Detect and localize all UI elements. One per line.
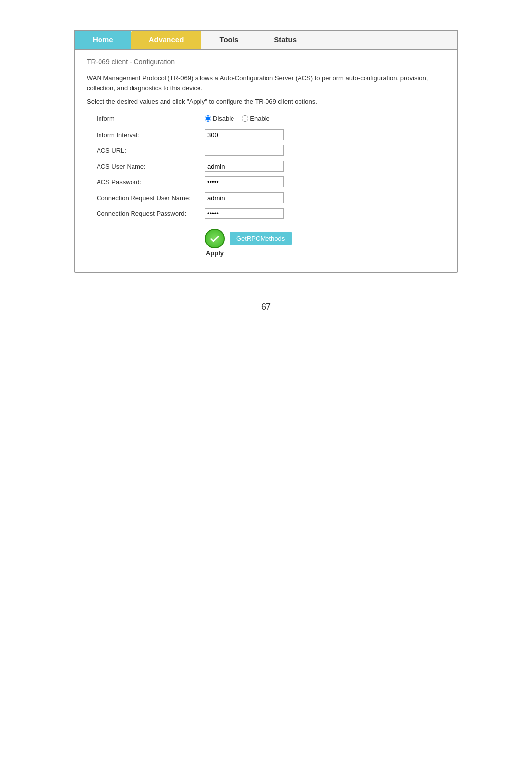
acs-password-label: ACS Password: — [97, 178, 205, 186]
router-box: Home Advanced Tools Status TR-069 client… — [74, 30, 458, 273]
inform-interval-row: Inform Interval: — [97, 129, 435, 140]
conn-req-password-label: Connection Request Password: — [97, 210, 205, 217]
acs-password-row: ACS Password: — [97, 176, 435, 187]
page-number: 67 — [261, 302, 271, 312]
tab-bar: Home Advanced Tools Status — [75, 31, 457, 50]
acs-username-row: ACS User Name: — [97, 161, 435, 172]
content-area: TR-069 client - Configuration WAN Manage… — [75, 50, 457, 272]
apply-button[interactable]: Apply — [205, 229, 225, 257]
inform-row: Inform Disable Enable — [97, 115, 435, 122]
acs-url-row: ACS URL: — [97, 145, 435, 156]
inform-label: Inform — [97, 115, 205, 122]
radio-group: Disable Enable — [205, 115, 270, 122]
radio-enable[interactable] — [242, 115, 248, 122]
checkmark-icon — [209, 233, 220, 244]
page-wrapper: Home Advanced Tools Status TR-069 client… — [74, 30, 458, 312]
tab-advanced[interactable]: Advanced — [131, 31, 202, 49]
radio-disable-label[interactable]: Disable — [205, 115, 234, 122]
button-row: Apply GetRPCMethods — [97, 229, 435, 257]
acs-url-label: ACS URL: — [97, 147, 205, 154]
acs-password-input[interactable] — [205, 176, 284, 187]
apply-icon — [205, 229, 225, 248]
radio-disable-text: Disable — [213, 115, 234, 122]
tab-home[interactable]: Home — [75, 31, 131, 49]
getrpc-button[interactable]: GetRPCMethods — [230, 232, 292, 245]
description-text: WAN Management Protocol (TR-069) allows … — [87, 73, 445, 93]
radio-enable-text: Enable — [250, 115, 269, 122]
acs-username-label: ACS User Name: — [97, 163, 205, 170]
tab-status[interactable]: Status — [256, 31, 314, 49]
conn-req-password-row: Connection Request Password: — [97, 208, 435, 219]
form-section: Inform Disable Enable Inform I — [87, 115, 445, 257]
footer-line — [74, 278, 458, 278]
instruction-text: Select the desired values and click "App… — [87, 98, 445, 105]
apply-label: Apply — [206, 249, 224, 257]
conn-req-username-row: Connection Request User Name: — [97, 192, 435, 203]
conn-req-username-input[interactable] — [205, 192, 284, 203]
inform-interval-input[interactable] — [205, 129, 284, 140]
conn-req-username-label: Connection Request User Name: — [97, 194, 205, 202]
radio-enable-label[interactable]: Enable — [242, 115, 269, 122]
radio-disable[interactable] — [205, 115, 211, 122]
tab-tools[interactable]: Tools — [201, 31, 256, 49]
acs-url-input[interactable] — [205, 145, 284, 156]
conn-req-password-input[interactable] — [205, 208, 284, 219]
inform-interval-label: Inform Interval: — [97, 131, 205, 139]
acs-username-input[interactable] — [205, 161, 284, 172]
page-title: TR-069 client - Configuration — [87, 58, 445, 66]
